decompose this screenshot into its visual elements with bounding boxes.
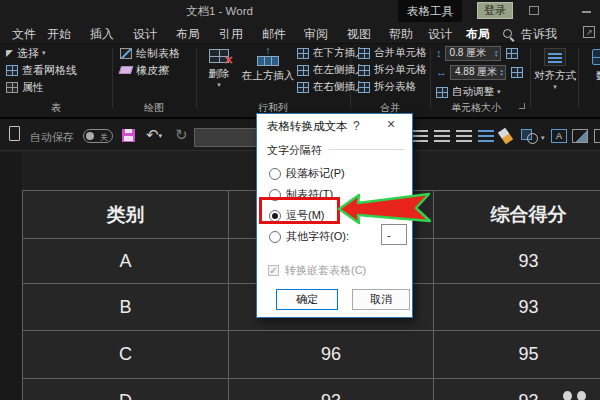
table-cell[interactable]: C [23, 331, 229, 379]
tab-home[interactable]: 开始 [47, 26, 71, 43]
decorative-dots [563, 391, 586, 400]
title-bar: 文档1 - Word 表格工具 登录 [0, 0, 600, 22]
insert-left-button[interactable]: 在左侧插入 [297, 63, 366, 77]
table-cell[interactable]: 93 [434, 239, 600, 284]
dialog-close-button[interactable]: × [387, 116, 395, 132]
ok-button[interactable]: 确定 [276, 289, 338, 310]
window-title: 文档1 - Word [186, 4, 253, 19]
spinner-arrows-icon[interactable]: ▴▾ [500, 68, 503, 76]
radio-other[interactable]: 其他字符(O): [269, 229, 349, 244]
shapes-icon[interactable] [521, 129, 537, 143]
group-divider [430, 48, 431, 108]
table-cell[interactable]: A [23, 239, 229, 284]
autofit-button[interactable]: 自动调整▾ [436, 85, 501, 99]
table-cell[interactable]: 93 [434, 284, 600, 331]
redo-icon[interactable]: ↻ [175, 126, 188, 144]
height-icon: ↕ [436, 47, 442, 59]
table-cell[interactable]: 96 [229, 331, 434, 379]
group-divider [578, 48, 579, 108]
up-arrow-icon: ↑ [241, 46, 295, 55]
draw-table-button[interactable]: 绘制表格 [120, 46, 180, 60]
context-tab-header: 表格工具 [398, 0, 462, 22]
merge-cells-button[interactable]: 合并单元格 [358, 46, 427, 60]
dialog-title: 表格转换成文本 [267, 119, 348, 134]
alignment-button[interactable]: 对齐方式 ▾ [533, 46, 577, 91]
tell-me-label[interactable]: 告诉我 [521, 26, 557, 43]
page-margin [0, 152, 22, 400]
table-header-cell[interactable]: 类别 [23, 191, 229, 239]
sign-in-button[interactable]: 登录 [477, 2, 513, 19]
table-cell[interactable]: D [23, 379, 229, 400]
distribute-rows-icon[interactable] [506, 48, 518, 59]
properties-icon [6, 82, 18, 93]
spinner-arrows-icon[interactable]: ▴▾ [495, 49, 498, 57]
groupbox-line [329, 149, 405, 150]
tab-insert[interactable]: 插入 [90, 26, 114, 43]
insert-below-button[interactable]: 在下方插入 [297, 46, 366, 60]
line-spacing-icon[interactable] [478, 130, 494, 142]
tab-table-design[interactable]: 设计 [428, 26, 452, 43]
dialog-help-button[interactable]: ? [353, 119, 360, 133]
align-left-icon[interactable] [412, 130, 428, 142]
restore-window-icon[interactable] [529, 6, 539, 15]
view-gridlines-button[interactable]: 查看网格线 [6, 63, 77, 77]
properties-button[interactable]: 属性 [6, 80, 44, 94]
tab-mailings[interactable]: 邮件 [262, 26, 286, 43]
insert-left-icon [297, 65, 309, 76]
insert-above-button[interactable]: ↑ 在上方插入 [241, 46, 295, 83]
pencil-icon [120, 48, 132, 59]
share-icon[interactable]: ↗ [583, 26, 595, 38]
separator-group-label: 文字分隔符 [267, 143, 322, 158]
undo-icon[interactable]: ↶▾ [146, 126, 162, 144]
radio-icon [269, 231, 281, 243]
cursor-icon: ◤ [6, 48, 13, 58]
data-button[interactable]: 数 [581, 46, 600, 83]
new-document-icon[interactable] [9, 126, 20, 141]
split-table-button[interactable]: 拆分表格 [358, 80, 416, 94]
table-header-cell[interactable]: 综合得分 [434, 191, 600, 239]
tab-references[interactable]: 引用 [219, 26, 243, 43]
tab-layout[interactable]: 布局 [176, 26, 200, 43]
autofit-icon [436, 87, 448, 98]
insert-right-button[interactable]: 在右侧插入 [297, 80, 366, 94]
tab-help[interactable]: 帮助 [389, 26, 413, 43]
delete-button[interactable]: 删除 ▾ [199, 46, 239, 89]
chevron-down-icon: ▾ [533, 83, 577, 91]
search-icon[interactable] [503, 29, 512, 38]
ribbon: ◤ 选择▾ 查看网格线 属性 表 绘制表格 橡皮擦 绘图 删除 ▾ ↑ 在上方插… [0, 44, 600, 118]
select-button[interactable]: ◤ 选择▾ [6, 46, 45, 60]
style-combo-box[interactable] [194, 128, 264, 147]
table-cell[interactable]: 95 [434, 331, 600, 379]
cancel-button[interactable]: 取消 [352, 289, 410, 310]
convert-nested-tables-checkbox[interactable]: ✓ 转换嵌套表格(C) [268, 263, 366, 278]
justify-icon[interactable] [456, 130, 472, 142]
alignment-icon [544, 48, 566, 66]
red-highlight-rectangle [259, 197, 340, 224]
picture-icon[interactable] [572, 129, 588, 143]
tab-file[interactable]: 文件 [12, 26, 36, 43]
table-cell[interactable]: B [23, 284, 229, 331]
col-width-spinner[interactable]: ↔ 4.88 厘米▴▾ [436, 65, 527, 79]
align-center-icon[interactable] [434, 130, 450, 142]
autosave-toggle[interactable]: 关 [83, 129, 113, 143]
chevron-down-icon: ▾ [199, 81, 239, 89]
merge-cells-icon [358, 48, 370, 59]
dialog-launcher-icon[interactable] [519, 103, 525, 109]
group-label-cell-size: 单元格大小 [430, 101, 522, 115]
group-label-draw: 绘图 [112, 101, 196, 115]
table-cell[interactable]: 93 [229, 379, 434, 400]
eraser-button[interactable]: 橡皮擦 [120, 63, 169, 77]
split-cells-button[interactable]: 拆分单元格 [358, 63, 427, 77]
format-painter-icon[interactable] [498, 128, 513, 145]
row-height-spinner[interactable]: ↕ 0.8 厘米▴▾ [436, 46, 522, 60]
data-icon [592, 49, 600, 65]
minimize-icon[interactable] [582, 11, 591, 13]
tab-design[interactable]: 设计 [133, 26, 157, 43]
clipped-toolbar-icon[interactable] [594, 129, 600, 143]
distribute-cols-icon[interactable] [511, 67, 523, 78]
tab-view[interactable]: 视图 [347, 26, 371, 43]
tab-review[interactable]: 审阅 [304, 26, 328, 43]
text-box-icon[interactable]: A [551, 129, 567, 143]
save-icon[interactable] [122, 129, 135, 142]
radio-paragraph-marks[interactable]: 段落标记(P) [269, 166, 345, 181]
